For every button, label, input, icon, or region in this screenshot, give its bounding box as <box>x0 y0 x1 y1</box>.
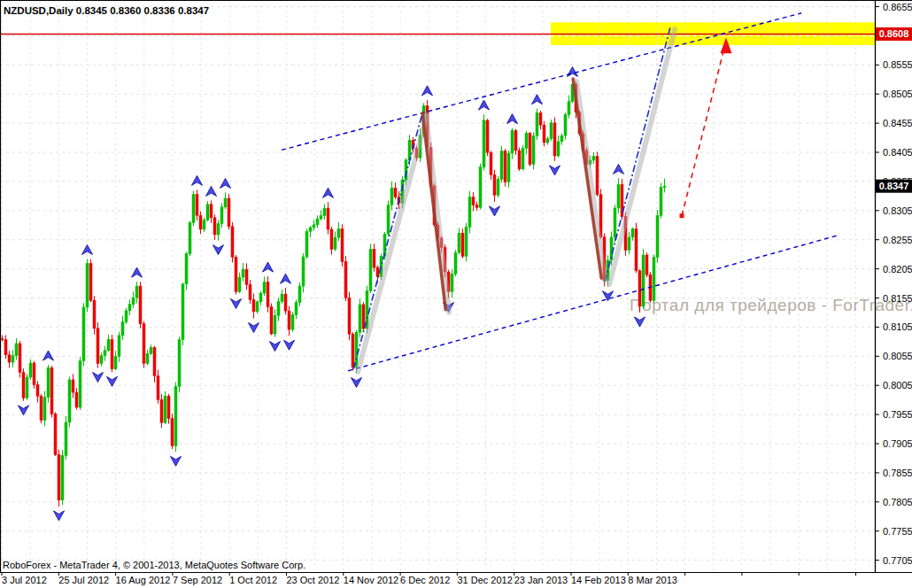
candle <box>483 114 485 170</box>
candle <box>22 368 25 401</box>
candle <box>656 210 659 263</box>
candle <box>536 109 538 140</box>
candle <box>82 303 85 366</box>
candle <box>522 145 524 171</box>
date-tick-label: 3 Jul 2012 <box>2 575 47 585</box>
candle <box>291 312 294 332</box>
candle <box>461 228 464 259</box>
candle <box>89 259 92 302</box>
price-tick-label: 0.8055 <box>883 351 912 361</box>
candle <box>192 190 195 225</box>
candle <box>543 121 545 147</box>
candle <box>553 118 556 161</box>
candle <box>33 361 35 389</box>
candle <box>621 179 623 220</box>
date-tick-label: 14 Nov 2012 <box>344 575 398 585</box>
candle <box>479 164 482 210</box>
price-tick-label: 0.8105 <box>883 321 912 332</box>
date-tick-label: 23 Jan 2013 <box>514 575 568 585</box>
candle <box>143 321 145 368</box>
candle <box>19 341 21 378</box>
candle <box>111 335 113 372</box>
price-tick-label: 0.8205 <box>883 264 912 275</box>
candle <box>26 374 28 399</box>
price-tick-label: 0.7905 <box>883 438 912 449</box>
price-tick-label: 0.8655 <box>883 2 912 12</box>
candle <box>348 292 351 340</box>
candle <box>550 120 553 141</box>
candle <box>61 450 64 505</box>
date-tick-label: 6 Dec 2012 <box>400 575 450 585</box>
candle <box>228 194 230 229</box>
candle <box>164 391 166 424</box>
watermark: Портал для трейдеров - ForTrader.ru <box>630 296 912 314</box>
svg-text:0.8608: 0.8608 <box>879 28 909 39</box>
candle <box>97 322 99 368</box>
mt4-chart-window: Портал для трейдеров - ForTrader.ru 0.86… <box>0 0 912 588</box>
candle <box>660 183 662 219</box>
candle <box>500 146 503 182</box>
date-tick-label: 8 Mar 2013 <box>628 575 677 585</box>
candle <box>65 416 67 460</box>
forecast-arrow-start-dot[interactable] <box>680 213 684 218</box>
candle <box>507 151 510 188</box>
candle <box>189 220 191 256</box>
candle <box>352 332 354 370</box>
candle <box>504 149 506 187</box>
candle <box>79 357 81 410</box>
price-tick-label: 0.8305 <box>883 205 912 216</box>
candle <box>497 176 499 197</box>
candle <box>596 152 599 197</box>
price-tick-label: 0.8155 <box>883 293 912 304</box>
candle <box>235 255 237 294</box>
candle <box>635 223 638 273</box>
candle <box>454 250 457 276</box>
candle <box>171 414 174 449</box>
candle <box>58 450 60 507</box>
date-tick-label: 31 Dec 2012 <box>457 575 512 585</box>
candle <box>486 119 489 156</box>
candle <box>256 300 259 313</box>
svg-text:0.8347: 0.8347 <box>879 181 909 191</box>
price-tick-label: 0.7855 <box>883 468 912 478</box>
copyright-text: RoboForex - MetaTrader 4, © 2001-2013, M… <box>3 560 305 570</box>
candle <box>178 337 181 392</box>
price-tick-label: 0.7705 <box>883 555 912 566</box>
price-tick-label: 0.7755 <box>883 526 912 537</box>
candle <box>139 282 142 329</box>
price-tick-label: 0.8005 <box>883 380 912 391</box>
candle <box>270 303 273 335</box>
candle <box>529 132 531 166</box>
candle <box>564 112 567 140</box>
candle <box>305 228 308 259</box>
price-tick-label: 0.7805 <box>883 497 912 507</box>
candle <box>86 259 89 312</box>
price-tick-label: 0.8455 <box>883 118 912 128</box>
candle <box>387 201 390 236</box>
candle <box>369 244 372 293</box>
candle <box>653 254 655 303</box>
date-tick-label: 1 Oct 2012 <box>229 575 277 585</box>
price-tick-label: 0.8555 <box>883 59 912 70</box>
candle <box>54 412 57 455</box>
candle <box>174 383 177 453</box>
chart-canvas[interactable]: Портал для трейдеров - ForTrader.ru 0.86… <box>0 0 912 588</box>
candle <box>468 191 471 234</box>
watermark-text: Портал для трейдеров - ForTrader.ru <box>630 296 912 314</box>
candle <box>645 252 648 277</box>
candle <box>50 366 53 418</box>
candle <box>68 376 71 427</box>
candle <box>40 394 43 423</box>
date-tick-label: 23 Oct 2012 <box>287 575 340 585</box>
price-tick-label: 0.8405 <box>883 147 912 158</box>
candle <box>231 222 234 262</box>
candle <box>344 256 347 301</box>
price-tick-label: 0.7955 <box>883 409 912 420</box>
candle <box>638 269 641 313</box>
price-tick-label: 0.8255 <box>883 235 912 245</box>
candle <box>642 249 645 309</box>
candle <box>465 223 468 262</box>
candle <box>359 298 361 337</box>
candle <box>47 365 50 403</box>
candle <box>182 282 184 345</box>
